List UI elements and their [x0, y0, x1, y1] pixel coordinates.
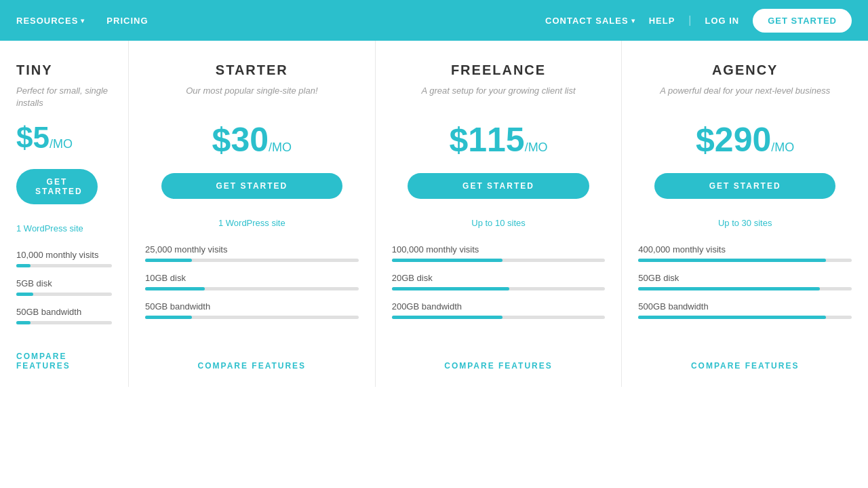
plan-tiny-stat-bandwidth: 50GB bandwidth — [16, 307, 112, 324]
plan-starter-bandwidth-fill — [145, 316, 192, 319]
plan-agency-compare-link[interactable]: COMPARE FEATURES — [691, 345, 800, 371]
plan-starter-tagline: Our most popular single-site plan! — [186, 85, 317, 109]
plan-freelance-visits-fill — [392, 259, 503, 262]
plan-agency-visits-bar — [638, 259, 852, 262]
plan-freelance-disk-fill — [392, 287, 509, 290]
plan-starter-bandwidth-bar — [145, 316, 359, 319]
plan-freelance-tagline: A great setup for your growing client li… — [421, 85, 575, 109]
plan-tiny-cta-button[interactable]: GET STARTED — [16, 169, 98, 204]
plan-freelance-disk-bar — [392, 287, 606, 290]
plan-starter-sites: 1 WordPress site — [145, 218, 359, 228]
plan-freelance-stat-bandwidth: 200GB bandwidth — [392, 301, 606, 319]
plan-starter-compare-link[interactable]: COMPARE FEATURES — [198, 345, 307, 371]
nav-contact-sales[interactable]: CONTACT SALES ▾ — [545, 16, 635, 26]
nav-divider: | — [688, 14, 691, 26]
plan-agency-disk-bar — [638, 287, 852, 290]
plan-agency-bandwidth-label: 500GB bandwidth — [638, 301, 852, 312]
plan-starter-visits-fill — [145, 259, 192, 262]
navbar: RESOURCES ▾ PRICING CONTACT SALES ▾ HELP… — [0, 0, 868, 41]
plan-tiny-bandwidth-bar — [16, 321, 112, 324]
plan-tiny-price: $5/MO — [16, 123, 73, 153]
plan-starter-visits-label: 25,000 monthly visits — [145, 244, 359, 255]
plan-tiny-disk-label: 5GB disk — [16, 278, 112, 288]
plan-freelance-bandwidth-bar — [392, 316, 606, 319]
plan-agency-name: AGENCY — [712, 62, 778, 78]
plan-freelance-visits-label: 100,000 monthly visits — [392, 244, 606, 255]
plan-starter-cta-button[interactable]: GET STARTED — [161, 173, 342, 199]
nav-pricing[interactable]: PRICING — [106, 16, 148, 26]
plan-freelance: FREELANCE A great setup for your growing… — [376, 41, 623, 387]
plan-agency-disk-label: 50GB disk — [638, 273, 852, 283]
plan-agency-visits-label: 400,000 monthly visits — [638, 244, 852, 255]
nav-right: CONTACT SALES ▾ HELP | LOG IN GET STARTE… — [545, 9, 852, 33]
plan-freelance-price: $115/MO — [449, 123, 547, 157]
plan-agency-stat-disk: 50GB disk — [638, 273, 852, 290]
plan-tiny-compare-link[interactable]: COMPARE FEATURES — [16, 335, 112, 371]
plan-tiny-disk-fill — [16, 293, 33, 296]
plan-agency-tagline: A powerful deal for your next-level busi… — [660, 85, 830, 109]
plan-freelance-name: FREELANCE — [451, 62, 546, 78]
plan-agency-bandwidth-bar — [638, 316, 852, 319]
plan-tiny-stat-disk: 5GB disk — [16, 278, 112, 296]
plan-starter-disk-bar — [145, 287, 359, 290]
plan-freelance-sites: Up to 10 sites — [392, 218, 606, 228]
chevron-down-icon: ▾ — [631, 17, 635, 24]
plan-freelance-disk-label: 20GB disk — [392, 273, 606, 283]
plan-agency-price: $290/MO — [696, 123, 794, 157]
plan-freelance-bandwidth-label: 200GB bandwidth — [392, 301, 606, 312]
plan-tiny-bandwidth-fill — [16, 321, 31, 324]
plan-agency-visits-fill — [638, 259, 826, 262]
plan-agency-cta-button[interactable]: GET STARTED — [654, 173, 835, 199]
nav-resources[interactable]: RESOURCES ▾ — [16, 16, 85, 26]
plan-tiny-visits-fill — [16, 264, 31, 267]
plan-starter-stat-disk: 10GB disk — [145, 273, 359, 290]
plan-agency-disk-fill — [638, 287, 819, 290]
plan-tiny-bandwidth-label: 50GB bandwidth — [16, 307, 112, 317]
plan-tiny: TINY Perfect for small, single installs … — [0, 41, 129, 387]
plan-tiny-disk-bar — [16, 293, 112, 296]
plan-agency-bandwidth-fill — [638, 316, 826, 319]
plan-starter: STARTER Our most popular single-site pla… — [129, 41, 376, 387]
plan-freelance-compare-link[interactable]: COMPARE FEATURES — [444, 345, 553, 371]
plan-freelance-stat-visits: 100,000 monthly visits — [392, 244, 606, 262]
plan-starter-visits-bar — [145, 259, 359, 262]
nav-login[interactable]: LOG IN — [705, 16, 739, 26]
pricing-section: TINY Perfect for small, single installs … — [0, 41, 868, 387]
plan-tiny-visits-bar — [16, 264, 112, 267]
plan-starter-price: $30/MO — [212, 123, 292, 157]
plan-freelance-visits-bar — [392, 259, 606, 262]
plan-starter-stat-bandwidth: 50GB bandwidth — [145, 301, 359, 319]
nav-get-started-button[interactable]: GET STARTED — [753, 9, 852, 33]
plan-agency-stat-bandwidth: 500GB bandwidth — [638, 301, 852, 319]
plan-agency-sites: Up to 30 sites — [638, 218, 852, 228]
plan-tiny-sites: 1 WordPress site — [16, 223, 112, 233]
plan-starter-disk-fill — [145, 287, 205, 290]
plan-starter-stat-visits: 25,000 monthly visits — [145, 244, 359, 262]
plan-starter-name: STARTER — [216, 62, 288, 78]
nav-left: RESOURCES ▾ PRICING — [16, 16, 149, 26]
plan-tiny-name: TINY — [16, 62, 53, 78]
chevron-down-icon: ▾ — [81, 17, 85, 24]
plan-agency: AGENCY A powerful deal for your next-lev… — [622, 41, 868, 387]
plan-agency-stat-visits: 400,000 monthly visits — [638, 244, 852, 262]
plan-tiny-tagline: Perfect for small, single installs — [16, 85, 112, 109]
plan-starter-disk-label: 10GB disk — [145, 273, 359, 283]
plan-freelance-stat-disk: 20GB disk — [392, 273, 606, 290]
plan-freelance-cta-button[interactable]: GET STARTED — [408, 173, 589, 199]
nav-help[interactable]: HELP — [649, 16, 675, 26]
plan-tiny-visits-label: 10,000 monthly visits — [16, 250, 112, 260]
plan-tiny-stat-visits: 10,000 monthly visits — [16, 250, 112, 267]
plan-freelance-bandwidth-fill — [392, 316, 503, 319]
plan-starter-bandwidth-label: 50GB bandwidth — [145, 301, 359, 312]
